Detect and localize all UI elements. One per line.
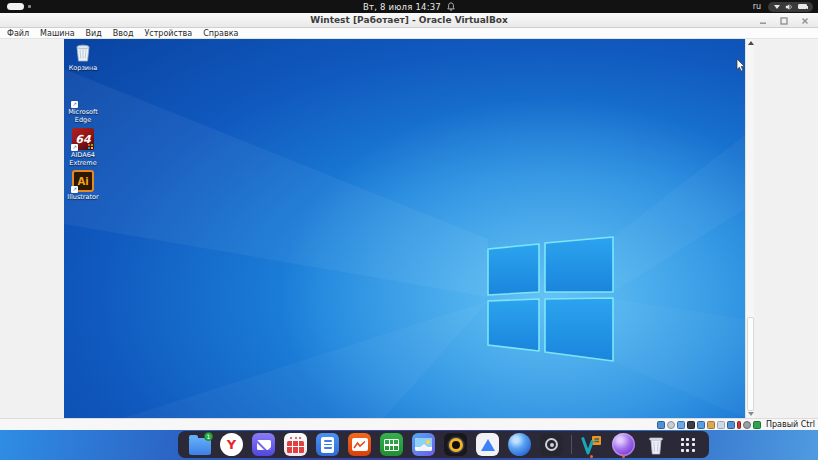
dock-item-web-browser[interactable] bbox=[611, 431, 636, 458]
trash-icon bbox=[646, 434, 666, 456]
music-player-icon bbox=[444, 433, 467, 456]
desktop-icon-edge[interactable]: ↗ Microsoft Edge bbox=[66, 85, 100, 124]
menu-input[interactable]: Ввод bbox=[113, 29, 134, 38]
desktop-icon-label: Microsoft Edge bbox=[66, 109, 100, 124]
virtualbox-icon bbox=[580, 433, 604, 457]
scroll-down-arrow[interactable] bbox=[748, 412, 754, 416]
hard-disks-indicator-icon[interactable] bbox=[657, 421, 665, 429]
sphere-browser-icon bbox=[508, 433, 531, 456]
app-grid-icon bbox=[681, 438, 695, 452]
scroll-up-arrow[interactable] bbox=[748, 41, 754, 45]
dock-item-app-store[interactable] bbox=[475, 431, 500, 458]
desktop-icon-label: Корзина bbox=[69, 65, 98, 73]
battery-icon bbox=[798, 4, 807, 9]
vertical-scrollbar[interactable] bbox=[745, 39, 754, 418]
shortcut-arrow-icon: ↗ bbox=[71, 186, 78, 193]
usb-indicator-icon[interactable] bbox=[697, 421, 705, 429]
dock-item-virtualbox[interactable] bbox=[579, 431, 604, 458]
calendar-icon bbox=[284, 433, 307, 456]
network-indicator-icon[interactable] bbox=[687, 421, 695, 429]
guest-screen[interactable]: Корзина ↗ Microsoft Edge 64 bbox=[64, 39, 745, 418]
mouse-cursor bbox=[736, 59, 745, 72]
web-browser-icon bbox=[612, 433, 635, 456]
clock-menu[interactable]: Вт, 8 июля 14:37 bbox=[0, 0, 818, 13]
desktop-icon-illustrator[interactable]: Ai ↗ Illustrator bbox=[66, 170, 100, 202]
dock-item-yandex-browser[interactable]: Y bbox=[219, 431, 244, 458]
dock-item-app-grid[interactable] bbox=[675, 431, 700, 458]
vm-statusbar: Правый Ctrl bbox=[0, 418, 818, 430]
display-indicator-icon[interactable] bbox=[717, 421, 725, 429]
dock-separator bbox=[571, 435, 572, 454]
desktop-icon-label: AIDA64 Extreme bbox=[66, 152, 100, 167]
running-indicator-dot bbox=[622, 455, 625, 458]
menubar: Файл Машина Вид Ввод Устройства Справка bbox=[0, 28, 818, 39]
dock-item-spreadsheet[interactable] bbox=[379, 431, 404, 458]
virtualbox-window: Wintest [Работает] - Oracle VirtualBox Ф… bbox=[0, 13, 818, 430]
dock-item-trash[interactable] bbox=[643, 431, 668, 458]
windows-flag-icon bbox=[88, 144, 93, 149]
menu-devices[interactable]: Устройства bbox=[144, 29, 192, 38]
presentation-icon bbox=[348, 433, 371, 456]
yandex-browser-icon: Y bbox=[220, 433, 243, 456]
menu-help[interactable]: Справка bbox=[203, 29, 238, 38]
notification-bell-icon bbox=[447, 2, 455, 11]
audio-indicator-icon[interactable] bbox=[677, 421, 685, 429]
chevron-down-icon bbox=[774, 5, 780, 9]
optical-drives-indicator-icon[interactable] bbox=[667, 421, 675, 429]
desktop-icon-recycle-bin[interactable]: Корзина bbox=[66, 41, 100, 73]
dock-item-presentation[interactable] bbox=[347, 431, 372, 458]
dock-item-documents[interactable] bbox=[315, 431, 340, 458]
maximize-button[interactable] bbox=[778, 15, 789, 26]
clock-label: Вт, 8 июля 14:37 bbox=[363, 2, 441, 12]
spreadsheet-icon bbox=[380, 433, 403, 456]
dock-item-calendar[interactable] bbox=[283, 431, 308, 458]
window-title: Wintest [Работает] - Oracle VirtualBox bbox=[310, 15, 507, 25]
shortcut-arrow-icon: ↗ bbox=[71, 101, 78, 108]
mouse-integration-indicator-icon[interactable] bbox=[743, 421, 751, 429]
menu-file[interactable]: Файл bbox=[7, 29, 29, 38]
windows-wallpaper bbox=[64, 39, 745, 418]
shortcut-arrow-icon: ↗ bbox=[71, 144, 78, 151]
keyboard-layout-indicator[interactable]: ru bbox=[753, 2, 761, 11]
app-store-icon bbox=[476, 433, 499, 456]
close-button[interactable] bbox=[799, 15, 810, 26]
shared-folders-indicator-icon[interactable] bbox=[707, 421, 715, 429]
system-menu[interactable] bbox=[768, 2, 813, 12]
host-top-panel: Вт, 8 июля 14:37 ru bbox=[0, 0, 818, 13]
host-key-label: Правый Ctrl bbox=[766, 420, 815, 429]
running-indicator-dot bbox=[590, 455, 593, 458]
files-badge: 1 bbox=[204, 432, 213, 441]
titlebar[interactable]: Wintest [Работает] - Oracle VirtualBox bbox=[0, 13, 818, 28]
mail-icon bbox=[252, 433, 275, 456]
recycle-bin-icon bbox=[72, 41, 94, 63]
dock-item-music-player[interactable] bbox=[443, 431, 468, 458]
system-indicators: ru bbox=[753, 0, 813, 13]
dock-item-mail[interactable] bbox=[251, 431, 276, 458]
documents-icon bbox=[316, 433, 339, 456]
menu-machine[interactable]: Машина bbox=[40, 29, 74, 38]
dock: 1 Y bbox=[178, 431, 709, 458]
keyboard-indicator-icon[interactable] bbox=[753, 421, 761, 429]
menu-view[interactable]: Вид bbox=[86, 29, 102, 38]
features-indicator-icon[interactable] bbox=[737, 421, 741, 429]
dock-item-camera[interactable] bbox=[539, 431, 564, 458]
scrollbar-thumb[interactable] bbox=[747, 317, 754, 411]
minimize-button[interactable] bbox=[757, 15, 768, 26]
speaker-icon bbox=[785, 3, 793, 11]
dock-item-files[interactable]: 1 bbox=[187, 431, 212, 458]
camera-icon bbox=[540, 433, 563, 456]
host-desktop-strip: 1 Y bbox=[0, 430, 818, 460]
photos-icon bbox=[412, 433, 435, 456]
desktop-icon-aida64[interactable]: 64 ↗ AIDA64 Extreme bbox=[66, 128, 100, 167]
vm-viewport: Корзина ↗ Microsoft Edge 64 bbox=[0, 39, 818, 418]
dock-item-sphere-browser[interactable] bbox=[507, 431, 532, 458]
desktop-icon-label: Illustrator bbox=[67, 194, 98, 202]
recording-indicator-icon[interactable] bbox=[727, 421, 735, 429]
dock-item-photos[interactable] bbox=[411, 431, 436, 458]
